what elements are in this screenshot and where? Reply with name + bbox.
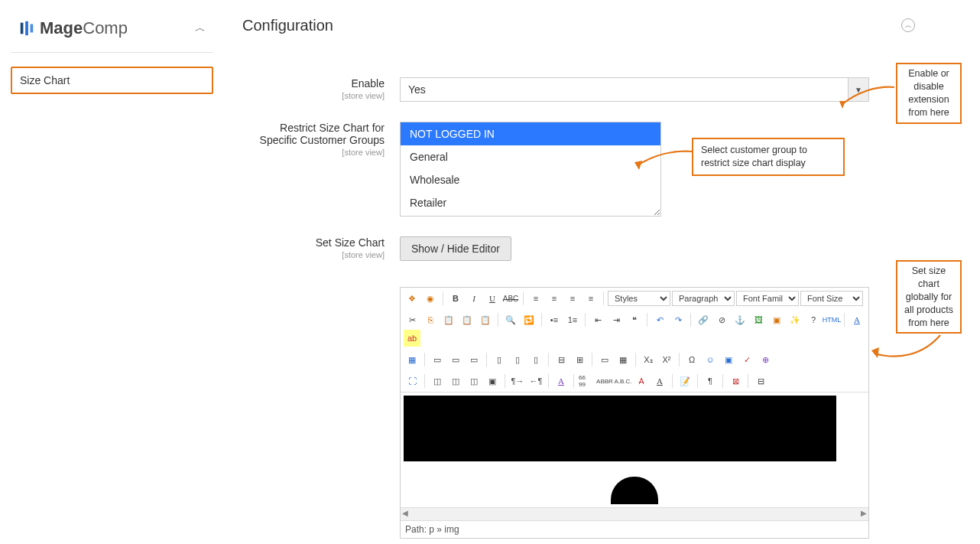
- merge-cells-icon[interactable]: ⊞: [571, 351, 588, 368]
- paste-word-icon[interactable]: 📋: [477, 311, 494, 328]
- align-left-icon[interactable]: ≡: [527, 290, 544, 307]
- row-set-chart-control: Show / Hide Editor: [400, 236, 915, 261]
- paste-text-icon[interactable]: 📋: [459, 311, 475, 328]
- unlink-icon[interactable]: ⊘: [713, 311, 730, 328]
- sidebar: MageComp ︿ Size Chart: [11, 8, 213, 94]
- advhr-icon[interactable]: ⊕: [757, 351, 774, 368]
- sidebar-section-header[interactable]: MageComp ︿: [11, 8, 213, 53]
- section-title: Configuration: [242, 17, 915, 34]
- delete-col-icon[interactable]: ▯: [527, 351, 544, 368]
- cleanup-icon[interactable]: ✨: [787, 311, 803, 328]
- font-size-select[interactable]: Font Size: [800, 291, 863, 306]
- split-cells-icon[interactable]: ⊟: [553, 351, 570, 368]
- emoticon-icon[interactable]: ☺: [702, 351, 719, 368]
- col-after-icon[interactable]: ▯: [509, 351, 526, 368]
- col-before-icon[interactable]: ▯: [491, 351, 508, 368]
- row-enable-control: ▼: [400, 77, 915, 102]
- ins-icon[interactable]: A: [651, 373, 668, 389]
- italic-icon[interactable]: I: [466, 290, 482, 307]
- option-not-logged-in[interactable]: NOT LOGGED IN: [401, 122, 660, 145]
- align-center-icon[interactable]: ≡: [546, 290, 563, 307]
- enable-select[interactable]: [400, 77, 869, 102]
- annotation-restrict-text: Select customer group to restrict size c…: [701, 145, 807, 168]
- annotation-enable: Enable or disable extension from here: [896, 63, 962, 124]
- link-icon[interactable]: 🔗: [695, 311, 712, 328]
- cell-props-icon[interactable]: ▦: [615, 351, 631, 368]
- number-list-icon[interactable]: 1≡: [564, 311, 581, 328]
- replace-icon[interactable]: 🔁: [521, 311, 537, 328]
- styles-select[interactable]: Styles: [608, 291, 670, 306]
- row-before-icon[interactable]: ▭: [429, 351, 446, 368]
- bullet-list-icon[interactable]: •≡: [546, 311, 563, 328]
- rtl-icon[interactable]: ←¶: [527, 373, 544, 389]
- find-icon[interactable]: 🔍: [502, 311, 519, 328]
- html-icon[interactable]: HTML: [823, 311, 840, 328]
- style-props-icon[interactable]: A: [553, 373, 570, 389]
- horizontal-scrollbar[interactable]: [401, 507, 868, 520]
- attribs-icon[interactable]: 📝: [677, 373, 693, 389]
- bold-icon[interactable]: B: [447, 290, 464, 307]
- separator-icon: [443, 292, 443, 305]
- sup-icon[interactable]: X²: [658, 351, 675, 368]
- ltr-icon[interactable]: ¶→: [509, 373, 526, 389]
- redo-icon[interactable]: ↷: [670, 311, 686, 328]
- paste-icon[interactable]: 📋: [440, 311, 457, 328]
- separator-icon: [748, 374, 748, 388]
- iespell-icon[interactable]: ✓: [738, 351, 755, 368]
- help-icon[interactable]: ?: [805, 311, 822, 328]
- anchor-icon[interactable]: ⚓: [732, 311, 748, 328]
- acronym-icon[interactable]: A.B.C.: [615, 373, 631, 389]
- copy-icon[interactable]: ⎘: [422, 311, 439, 328]
- layer-back-icon[interactable]: ◫: [466, 373, 482, 389]
- indent-icon[interactable]: ⇥: [608, 311, 625, 328]
- cite-icon[interactable]: 66 99: [578, 373, 595, 389]
- backcolor-icon[interactable]: ab: [404, 330, 420, 347]
- format-select[interactable]: Paragraph: [672, 291, 735, 306]
- abbr-icon[interactable]: ABBR: [596, 373, 613, 389]
- sub-icon[interactable]: X₂: [640, 351, 657, 368]
- layer-icon[interactable]: ◫: [429, 373, 446, 389]
- collapse-section-icon[interactable]: ︿: [901, 18, 915, 32]
- visualchars-icon[interactable]: ¶: [702, 373, 719, 389]
- set-chart-label: Set Size Chart: [316, 236, 385, 249]
- chevron-up-icon: ︿: [195, 21, 206, 35]
- widget-icon[interactable]: ❖: [404, 290, 420, 307]
- font-family-select[interactable]: Font Family: [736, 291, 799, 306]
- underline-icon[interactable]: U: [484, 290, 501, 307]
- del-icon[interactable]: A: [633, 373, 650, 389]
- align-right-icon[interactable]: ≡: [564, 290, 581, 307]
- option-retailer[interactable]: Retailer: [401, 191, 660, 214]
- image-icon[interactable]: 🖼: [750, 311, 767, 328]
- row-props-icon[interactable]: ▭: [596, 351, 613, 368]
- align-justify-icon[interactable]: ≡: [582, 290, 599, 307]
- pagebreak-icon[interactable]: ⊟: [752, 373, 769, 389]
- fullscreen-icon[interactable]: ⛶: [404, 373, 420, 389]
- restrict-multiselect[interactable]: NOT LOGGED IN General Wholesale Retailer: [400, 122, 661, 217]
- variable-icon[interactable]: ◉: [422, 290, 439, 307]
- editor-body[interactable]: [401, 393, 868, 507]
- layer-forward-icon[interactable]: ◫: [447, 373, 464, 389]
- toggle-editor-button[interactable]: Show / Hide Editor: [400, 236, 511, 261]
- layer-abs-icon[interactable]: ▣: [484, 373, 501, 389]
- enable-scope: [store view]: [242, 91, 385, 100]
- sidebar-item-size-chart[interactable]: Size Chart: [11, 67, 213, 94]
- outdent-icon[interactable]: ⇤: [589, 311, 606, 328]
- option-wholesale[interactable]: Wholesale: [401, 168, 660, 191]
- table-icon[interactable]: ▦: [404, 351, 420, 368]
- separator-icon: [548, 374, 549, 388]
- svg-rect-0: [21, 23, 24, 34]
- option-general[interactable]: General: [401, 145, 660, 168]
- blockquote-icon[interactable]: ❝: [626, 311, 643, 328]
- charmap-icon[interactable]: Ω: [683, 351, 700, 368]
- separator-icon: [424, 353, 425, 366]
- strikethrough-icon[interactable]: ABC: [502, 290, 519, 307]
- forecolor-icon[interactable]: A: [849, 311, 865, 328]
- row-after-icon[interactable]: ▭: [447, 351, 464, 368]
- brand-logo: MageComp: [18, 18, 128, 38]
- delete-row-icon[interactable]: ▭: [466, 351, 482, 368]
- nonbreaking-icon[interactable]: ⊠: [727, 373, 744, 389]
- media-icon[interactable]: ▣: [768, 311, 785, 328]
- undo-icon[interactable]: ↶: [651, 311, 668, 328]
- cut-icon[interactable]: ✂: [404, 311, 420, 328]
- media2-icon[interactable]: ▣: [720, 351, 737, 368]
